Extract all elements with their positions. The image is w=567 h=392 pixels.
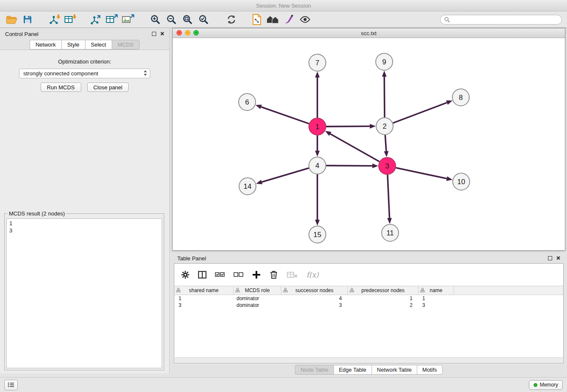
svg-text:9: 9 (382, 58, 386, 66)
export-table-button[interactable] (104, 13, 120, 26)
network-window-titlebar[interactable]: × − + scc.txt (173, 28, 565, 38)
graph-edge-4-3[interactable] (326, 166, 372, 166)
cell-predecessor-nodes[interactable]: 1 (348, 295, 418, 301)
tab-mcds[interactable]: MCDS (112, 40, 140, 50)
zoom-in-button[interactable] (147, 13, 163, 26)
deselect-all-rows-button[interactable] (234, 268, 244, 281)
window-title: Session: New Session (256, 3, 311, 9)
column-header-shared-name[interactable]: shared name (174, 286, 234, 295)
tab-style[interactable]: Style (61, 40, 85, 50)
float-panel-icon[interactable] (152, 32, 156, 36)
graph-edge-2-3[interactable] (385, 135, 386, 151)
graph-node-15[interactable]: 15 (309, 226, 326, 243)
float-table-panel-icon[interactable] (548, 256, 552, 260)
cell-successor-nodes[interactable]: 4 (281, 295, 348, 301)
save-session-button[interactable] (19, 13, 36, 26)
column-header-successor-nodes[interactable]: successor nodes (281, 286, 348, 295)
graph-node-7[interactable]: 7 (309, 54, 326, 71)
panel-toggle-button[interactable] (4, 380, 18, 390)
graph-edge-3-11[interactable] (388, 175, 390, 218)
network-canvas[interactable]: 7968124314101511 (173, 38, 565, 251)
import-table-button[interactable] (63, 13, 79, 26)
memory-button[interactable]: Memory (529, 380, 563, 390)
graph-edge-3-10[interactable] (396, 168, 447, 179)
minimize-window-button[interactable]: − (185, 30, 190, 36)
new-network-from-selection-button[interactable] (249, 13, 265, 26)
network-view-window: × − + scc.txt 7968124314101511 (172, 28, 565, 251)
cell-shared-name[interactable]: 3 (174, 302, 234, 308)
create-column-button[interactable] (252, 268, 261, 281)
graph-node-2[interactable]: 2 (376, 118, 393, 135)
close-panel-button[interactable]: Close panel (87, 83, 129, 92)
houses-icon (267, 15, 279, 24)
zoom-out-button[interactable] (163, 13, 179, 26)
optimization-criterion-select[interactable]: strongly connected component (19, 69, 150, 78)
apply-layout-button[interactable] (223, 13, 239, 26)
zoom-selected-button[interactable] (195, 13, 212, 26)
network-graph[interactable]: 7968124314101511 (173, 38, 565, 251)
cell-shared-name[interactable]: 1 (174, 295, 234, 301)
graph-edge-4-14[interactable] (262, 168, 309, 182)
graph-edge-3-1[interactable] (330, 134, 380, 162)
export-network-button[interactable] (88, 13, 104, 26)
tab-motifs[interactable]: Motifs (417, 365, 443, 375)
tab-edge-table[interactable]: Edge Table (333, 365, 372, 375)
tab-network-table[interactable]: Network Table (372, 365, 417, 375)
maximize-window-button[interactable]: + (193, 30, 199, 36)
graph-node-4[interactable]: 4 (309, 157, 326, 174)
column-header-mcds-role[interactable]: MCDS role (234, 286, 281, 295)
first-neighbors-button[interactable] (265, 13, 281, 26)
graph-node-6[interactable]: 6 (239, 94, 256, 110)
horizontal-scrollbar[interactable] (175, 357, 563, 362)
delete-column-button[interactable] (269, 268, 278, 281)
table-panel-header: Table Panel × (172, 252, 565, 264)
select-all-rows-button[interactable] (215, 268, 225, 281)
cell-mcds-role[interactable]: dominator (234, 295, 281, 301)
cell-name[interactable]: 1 (418, 295, 454, 301)
graph-node-3[interactable]: 3 (379, 157, 396, 174)
mcds-result-fieldset: MCDS result (2 nodes) 1 3 (4, 210, 164, 370)
show-columns-button[interactable] (198, 268, 206, 281)
show-graphics-details-button[interactable] (297, 13, 313, 26)
table-row[interactable]: 1 dominator 4 1 1 (174, 295, 563, 302)
graph-node-8[interactable]: 8 (452, 89, 469, 106)
function-builder-button[interactable]: f(x) (306, 268, 319, 281)
tab-network[interactable]: Network (30, 40, 61, 50)
toolbar-search[interactable] (440, 15, 562, 25)
export-image-button[interactable] (120, 13, 136, 26)
column-header-predecessor-nodes[interactable]: predecessor nodes (348, 286, 418, 295)
graph-edge-1-2[interactable] (326, 126, 370, 127)
cell-mcds-role[interactable]: dominator (234, 302, 281, 308)
close-table-panel-icon[interactable]: × (556, 256, 560, 260)
fit-content-button[interactable] (179, 13, 195, 26)
svg-text:6: 6 (245, 98, 249, 106)
cell-predecessor-nodes[interactable]: 2 (348, 302, 418, 308)
control-panel-tabs: Network Style Select MCDS (0, 40, 169, 50)
trash-icon (269, 270, 278, 279)
graph-node-9[interactable]: 9 (376, 53, 393, 70)
graph-node-11[interactable]: 11 (382, 224, 399, 241)
column-header-name[interactable]: name (418, 286, 454, 295)
cell-name[interactable]: 3 (418, 302, 454, 308)
tab-node-table[interactable]: Node Table (295, 365, 333, 375)
criterion-selected-value: strongly connected component (23, 70, 98, 77)
graph-edge-2-9[interactable] (384, 77, 385, 117)
graph-node-14[interactable]: 14 (239, 178, 256, 195)
import-network-button[interactable] (47, 13, 63, 26)
graph-edge-1-6[interactable] (261, 107, 309, 124)
table-settings-button[interactable] (181, 268, 190, 281)
tab-select[interactable]: Select (85, 40, 112, 50)
open-session-button[interactable] (3, 13, 19, 26)
close-panel-icon[interactable]: × (160, 32, 164, 36)
graph-node-1[interactable]: 1 (309, 118, 326, 135)
mcds-result-list[interactable]: 1 3 (6, 218, 162, 368)
table-row[interactable]: 3 dominator 3 2 3 (174, 302, 563, 309)
close-window-button[interactable]: × (176, 30, 182, 36)
graph-edge-2-8[interactable] (393, 102, 447, 123)
cell-successor-nodes[interactable]: 3 (281, 302, 348, 308)
apply-style-button[interactable] (281, 13, 297, 26)
graph-node-10[interactable]: 10 (453, 173, 470, 190)
run-mcds-button[interactable]: Run MCDS (41, 83, 81, 92)
search-input[interactable] (452, 16, 558, 23)
column-sort-icon (176, 288, 181, 294)
